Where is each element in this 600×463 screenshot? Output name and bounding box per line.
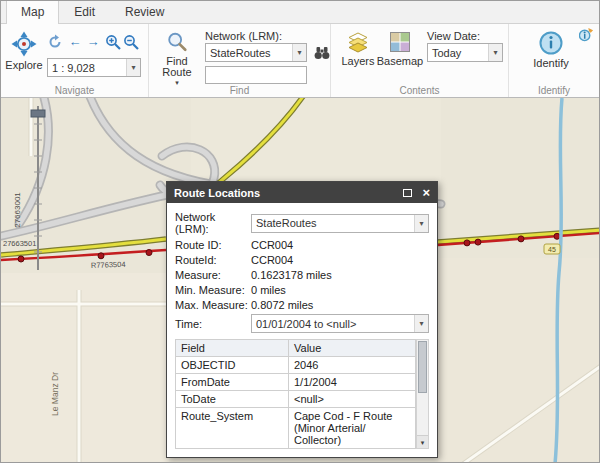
routeid-value: CCR004	[251, 254, 293, 266]
identify-label: Identify	[533, 58, 568, 69]
forward-extent-button[interactable]: →	[85, 34, 101, 50]
chevron-down-icon: ▾	[126, 59, 140, 76]
binoculars-icon[interactable]	[313, 44, 331, 62]
map-label-route-vertical: 27663001	[13, 192, 22, 228]
ribbon: Explore ← → 1 : 9,028 ▾ Navigate	[1, 24, 599, 98]
scrollbar-thumb[interactable]	[418, 341, 427, 393]
time-value: 01/01/2004 to <null>	[256, 318, 356, 330]
network-lrm-label: Network (LRM):	[205, 30, 282, 42]
map-label-route-red: R7763504	[91, 260, 126, 270]
cell-field: OBJECTID	[176, 357, 289, 374]
table-row[interactable]: ToDate <null>	[176, 391, 416, 408]
group-label-identify: Identify	[509, 85, 599, 96]
zoom-in-button[interactable]	[105, 34, 121, 50]
dialog-title: Route Locations	[174, 187, 260, 199]
route-locations-dialog: Route Locations × Network (LRM): StateRo…	[166, 181, 438, 458]
basemap-icon	[389, 31, 411, 53]
min-measure-value: 0 miles	[251, 284, 286, 296]
cell-field: FromDate	[176, 374, 289, 391]
find-route-button[interactable]: Find Route ▾	[157, 31, 197, 86]
dialog-network-label: Network (LRM):	[175, 211, 251, 235]
identify-icon	[539, 31, 563, 55]
tab-review[interactable]: Review	[110, 0, 179, 23]
group-label-navigate: Navigate	[1, 85, 148, 96]
route-shield-label: 45	[548, 246, 556, 253]
route-search-input[interactable]	[205, 66, 307, 84]
table-header-value[interactable]: Value	[289, 340, 416, 357]
dialog-titlebar[interactable]: Route Locations ×	[167, 182, 437, 203]
identify-route-icon[interactable]	[579, 27, 594, 42]
max-measure-value: 0.8072 miles	[251, 299, 313, 311]
chevron-down-icon: ▾	[414, 215, 428, 232]
cell-value: 2046	[289, 357, 416, 374]
route-shield: 45	[544, 244, 560, 254]
maximize-icon[interactable]	[403, 189, 412, 197]
explore-button[interactable]: Explore	[5, 31, 43, 71]
scale-value: 1 : 9,028	[52, 62, 95, 74]
route-id-value: CCR004	[251, 239, 293, 251]
explore-label: Explore	[5, 60, 42, 71]
cell-value: Cape Cod - F Route (Minor Arterial/ Coll…	[289, 408, 416, 449]
view-date-label: View Date:	[427, 30, 480, 42]
network-lrm-value: StateRoutes	[210, 47, 271, 59]
find-route-icon	[166, 31, 188, 53]
table-row[interactable]: Route_System Cape Cod - F Route (Minor A…	[176, 408, 416, 449]
route-id-label: Route ID:	[175, 239, 251, 251]
back-extent-button[interactable]: ←	[67, 34, 83, 50]
basemap-label: Basemap	[377, 56, 423, 67]
measure-label: Measure:	[175, 269, 251, 281]
time-dropdown[interactable]: 01/01/2004 to <null> ▾	[251, 314, 429, 333]
layers-button[interactable]: Layers	[339, 31, 377, 67]
close-icon[interactable]: ×	[422, 186, 430, 199]
map-area: 27663001 27663501 R7763504 Le Manz Dr 45…	[1, 98, 600, 463]
previous-extent-button[interactable]	[47, 34, 63, 50]
back-arrow-icon: ←	[67, 34, 83, 49]
find-route-label: Find Route	[162, 56, 191, 78]
routeid-label: RouteId:	[175, 254, 251, 266]
identify-button[interactable]: Identify	[527, 31, 575, 69]
cell-value: <null>	[289, 391, 416, 408]
scale-combobox[interactable]: 1 : 9,028 ▾	[47, 58, 141, 77]
scrollbar-down-arrow[interactable]: ▾	[417, 435, 428, 448]
group-find: Find Route ▾ Network (LRM): StateRoutes …	[149, 24, 331, 97]
view-date-dropdown[interactable]: Today ▾	[427, 43, 503, 62]
basemap-button[interactable]: Basemap	[377, 31, 423, 67]
dialog-network-value: StateRoutes	[256, 217, 317, 229]
find-route-label-line2: Route	[162, 66, 191, 78]
time-label: Time:	[175, 318, 251, 330]
chevron-down-icon: ▾	[292, 44, 306, 61]
chevron-down-icon: ▾	[414, 315, 428, 332]
chevron-down-icon: ▾	[488, 44, 502, 61]
zoom-slider-handle[interactable]	[31, 110, 45, 117]
attribute-table: Field Value OBJECTID 2046 FromDate	[175, 339, 429, 449]
view-date-value: Today	[432, 47, 461, 59]
cell-value: 1/1/2004	[289, 374, 416, 391]
ribbon-tab-row: Map Edit Review	[1, 1, 599, 24]
group-identify: Identify Identify	[509, 24, 599, 97]
map-label-street: Le Manz Dr	[50, 372, 60, 416]
layers-icon	[347, 31, 369, 53]
zoom-out-button[interactable]	[123, 34, 139, 50]
dialog-network-dropdown[interactable]: StateRoutes ▾	[251, 214, 429, 233]
table-scrollbar[interactable]: ▾	[416, 339, 429, 449]
explore-icon	[11, 31, 37, 57]
forward-arrow-icon: →	[85, 34, 101, 49]
min-measure-label: Min. Measure:	[175, 284, 251, 296]
group-label-contents: Contents	[331, 85, 508, 96]
table-header-field[interactable]: Field	[176, 340, 289, 357]
max-measure-label: Max. Measure:	[175, 299, 251, 311]
group-navigate: Explore ← → 1 : 9,028 ▾ Navigate	[1, 24, 149, 97]
tab-edit[interactable]: Edit	[59, 0, 110, 23]
table-row[interactable]: OBJECTID 2046	[176, 357, 416, 374]
application-window: Map Edit Review Explore ← →	[0, 0, 600, 463]
cell-field: ToDate	[176, 391, 289, 408]
network-lrm-dropdown[interactable]: StateRoutes ▾	[205, 43, 307, 62]
cell-field: Route_System	[176, 408, 289, 449]
layers-label: Layers	[341, 56, 374, 67]
tab-map[interactable]: Map	[6, 0, 59, 24]
group-label-find: Find	[149, 85, 330, 96]
dialog-body: Network (LRM): StateRoutes ▾ Route ID: C…	[167, 203, 437, 457]
group-contents: Layers Basemap View Date: Today ▾ Conten…	[331, 24, 509, 97]
map-label-route-horizontal: 27663501	[3, 239, 36, 248]
table-row[interactable]: FromDate 1/1/2004	[176, 374, 416, 391]
